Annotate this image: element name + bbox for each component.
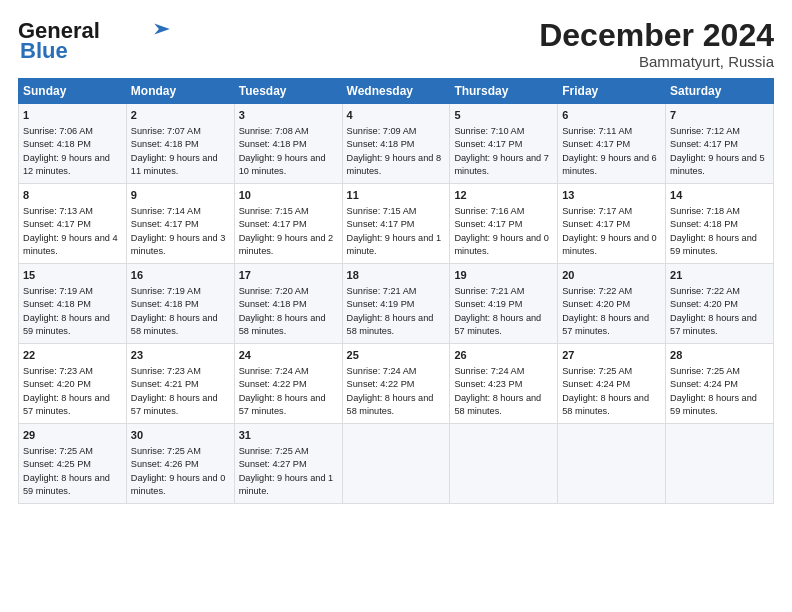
- day-detail: Sunset: 4:23 PM: [454, 379, 522, 389]
- day-number: 24: [239, 348, 338, 364]
- day-detail: Sunrise: 7:11 AM: [562, 126, 632, 136]
- table-row: 23Sunrise: 7:23 AM Sunset: 4:21 PM Dayli…: [126, 344, 234, 424]
- day-detail: Sunset: 4:20 PM: [562, 299, 630, 309]
- day-detail: Sunrise: 7:23 AM: [131, 366, 201, 376]
- month-title: December 2024: [539, 18, 774, 53]
- day-number: 7: [670, 108, 769, 124]
- table-row: [558, 424, 666, 504]
- table-row: 20Sunrise: 7:22 AM Sunset: 4:20 PM Dayli…: [558, 264, 666, 344]
- day-number: 22: [23, 348, 122, 364]
- day-number: 6: [562, 108, 661, 124]
- table-row: 15Sunrise: 7:19 AM Sunset: 4:18 PM Dayli…: [19, 264, 127, 344]
- day-number: 16: [131, 268, 230, 284]
- header-friday: Friday: [558, 79, 666, 104]
- day-detail: Daylight: 9 hours: [347, 233, 416, 243]
- day-detail: Sunset: 4:27 PM: [239, 459, 307, 469]
- day-detail: Daylight: 9 hours: [23, 153, 92, 163]
- table-row: 2Sunrise: 7:07 AM Sunset: 4:18 PM Daylig…: [126, 104, 234, 184]
- header-thursday: Thursday: [450, 79, 558, 104]
- day-detail: Sunset: 4:17 PM: [562, 219, 630, 229]
- calendar-week-row: 15Sunrise: 7:19 AM Sunset: 4:18 PM Dayli…: [19, 264, 774, 344]
- table-row: 22Sunrise: 7:23 AM Sunset: 4:20 PM Dayli…: [19, 344, 127, 424]
- table-row: 27Sunrise: 7:25 AM Sunset: 4:24 PM Dayli…: [558, 344, 666, 424]
- day-number: 27: [562, 348, 661, 364]
- calendar-table: Sunday Monday Tuesday Wednesday Thursday…: [18, 78, 774, 504]
- day-detail: Sunrise: 7:24 AM: [239, 366, 309, 376]
- svg-marker-0: [154, 24, 170, 35]
- day-detail: Daylight: 9 hours: [562, 153, 631, 163]
- day-detail: Sunset: 4:24 PM: [670, 379, 738, 389]
- day-detail: Daylight: 9 hours: [562, 233, 631, 243]
- table-row: 7Sunrise: 7:12 AM Sunset: 4:17 PM Daylig…: [666, 104, 774, 184]
- day-number: 17: [239, 268, 338, 284]
- header-saturday: Saturday: [666, 79, 774, 104]
- day-detail: Daylight: 9 hours: [131, 153, 200, 163]
- day-number: 30: [131, 428, 230, 444]
- day-detail: Sunrise: 7:19 AM: [131, 286, 201, 296]
- day-detail: Daylight: 9 hours: [23, 233, 92, 243]
- day-detail: Sunset: 4:18 PM: [670, 219, 738, 229]
- day-number: 21: [670, 268, 769, 284]
- table-row: 8Sunrise: 7:13 AM Sunset: 4:17 PM Daylig…: [19, 184, 127, 264]
- day-detail: Sunrise: 7:25 AM: [670, 366, 740, 376]
- day-detail: Daylight: 8 hours: [131, 393, 200, 403]
- table-row: 21Sunrise: 7:22 AM Sunset: 4:20 PM Dayli…: [666, 264, 774, 344]
- day-number: 2: [131, 108, 230, 124]
- day-detail: Daylight: 8 hours: [670, 393, 739, 403]
- day-detail: Sunset: 4:18 PM: [131, 299, 199, 309]
- day-detail: Daylight: 9 hours: [454, 153, 523, 163]
- day-detail: Sunrise: 7:21 AM: [347, 286, 417, 296]
- table-row: 4Sunrise: 7:09 AM Sunset: 4:18 PM Daylig…: [342, 104, 450, 184]
- table-row: [450, 424, 558, 504]
- table-row: [666, 424, 774, 504]
- day-number: 28: [670, 348, 769, 364]
- table-row: 24Sunrise: 7:24 AM Sunset: 4:22 PM Dayli…: [234, 344, 342, 424]
- day-detail: Sunset: 4:22 PM: [347, 379, 415, 389]
- table-row: 6Sunrise: 7:11 AM Sunset: 4:17 PM Daylig…: [558, 104, 666, 184]
- day-detail: Daylight: 8 hours: [239, 313, 308, 323]
- table-row: 17Sunrise: 7:20 AM Sunset: 4:18 PM Dayli…: [234, 264, 342, 344]
- day-detail: Sunrise: 7:07 AM: [131, 126, 201, 136]
- table-row: 1Sunrise: 7:06 AM Sunset: 4:18 PM Daylig…: [19, 104, 127, 184]
- header-tuesday: Tuesday: [234, 79, 342, 104]
- day-detail: Sunrise: 7:17 AM: [562, 206, 632, 216]
- day-detail: Daylight: 8 hours: [670, 233, 739, 243]
- table-row: 3Sunrise: 7:08 AM Sunset: 4:18 PM Daylig…: [234, 104, 342, 184]
- day-detail: Sunset: 4:17 PM: [131, 219, 199, 229]
- day-number: 25: [347, 348, 446, 364]
- day-detail: Sunset: 4:20 PM: [670, 299, 738, 309]
- table-row: 5Sunrise: 7:10 AM Sunset: 4:17 PM Daylig…: [450, 104, 558, 184]
- table-row: 26Sunrise: 7:24 AM Sunset: 4:23 PM Dayli…: [450, 344, 558, 424]
- day-detail: Daylight: 9 hours: [131, 233, 200, 243]
- day-number: 15: [23, 268, 122, 284]
- table-row: 29Sunrise: 7:25 AM Sunset: 4:25 PM Dayli…: [19, 424, 127, 504]
- day-detail: Daylight: 8 hours: [239, 393, 308, 403]
- table-row: 30Sunrise: 7:25 AM Sunset: 4:26 PM Dayli…: [126, 424, 234, 504]
- calendar-week-row: 22Sunrise: 7:23 AM Sunset: 4:20 PM Dayli…: [19, 344, 774, 424]
- day-detail: Sunrise: 7:15 AM: [347, 206, 417, 216]
- day-detail: Sunrise: 7:15 AM: [239, 206, 309, 216]
- day-number: 23: [131, 348, 230, 364]
- day-detail: Sunset: 4:22 PM: [239, 379, 307, 389]
- header-monday: Monday: [126, 79, 234, 104]
- day-detail: Sunset: 4:26 PM: [131, 459, 199, 469]
- header-wednesday: Wednesday: [342, 79, 450, 104]
- day-number: 10: [239, 188, 338, 204]
- day-detail: Daylight: 8 hours: [131, 313, 200, 323]
- day-detail: Sunset: 4:21 PM: [131, 379, 199, 389]
- day-detail: Daylight: 8 hours: [23, 393, 92, 403]
- table-row: 14Sunrise: 7:18 AM Sunset: 4:18 PM Dayli…: [666, 184, 774, 264]
- table-row: 18Sunrise: 7:21 AM Sunset: 4:19 PM Dayli…: [342, 264, 450, 344]
- day-detail: Sunrise: 7:24 AM: [454, 366, 524, 376]
- day-detail: Daylight: 8 hours: [23, 473, 92, 483]
- day-detail: Daylight: 8 hours: [562, 393, 631, 403]
- table-row: [342, 424, 450, 504]
- weekday-header-row: Sunday Monday Tuesday Wednesday Thursday…: [19, 79, 774, 104]
- day-detail: Daylight: 8 hours: [347, 313, 416, 323]
- day-number: 8: [23, 188, 122, 204]
- day-number: 26: [454, 348, 553, 364]
- day-number: 11: [347, 188, 446, 204]
- day-detail: Sunrise: 7:08 AM: [239, 126, 309, 136]
- day-number: 5: [454, 108, 553, 124]
- header-sunday: Sunday: [19, 79, 127, 104]
